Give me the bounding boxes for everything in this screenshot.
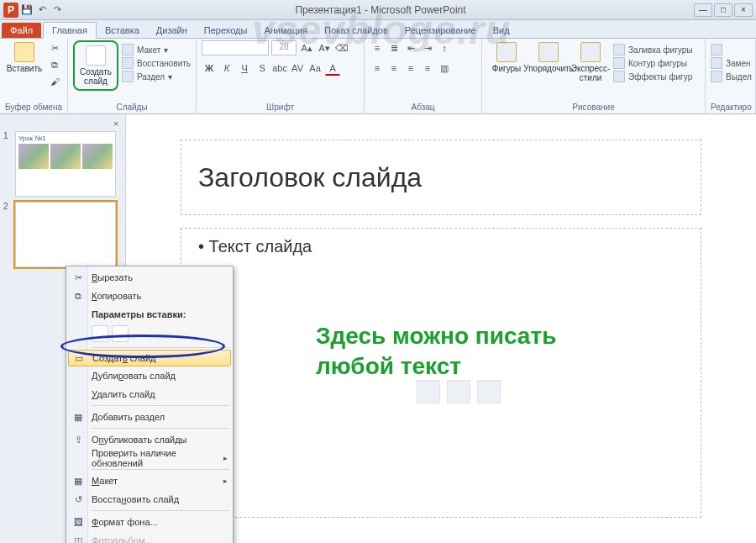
group-editing: Замен Выдел Редактиро [706, 39, 756, 113]
justify-icon[interactable]: ≡ [420, 61, 435, 76]
replace-button[interactable]: Замен [711, 57, 752, 69]
shadow-icon[interactable]: abc [272, 61, 287, 76]
group-label-drawing: Рисование [487, 102, 700, 113]
close-pane-icon[interactable]: × [110, 118, 122, 129]
find-icon [711, 44, 722, 55]
cut-icon[interactable]: ✂ [47, 40, 62, 55]
arrange-button[interactable]: Упорядочить [529, 40, 568, 75]
layout-button[interactable]: Макет ▾ [122, 44, 191, 55]
indent-dec-icon[interactable]: ⇤ [403, 40, 418, 55]
tab-view[interactable]: Вид [485, 23, 518, 38]
overlay-annotation: Здесь можно писать любой текст [316, 321, 556, 382]
quick-styles-icon [580, 42, 601, 62]
section-button[interactable]: Раздел ▾ [122, 71, 191, 82]
ctx-reset[interactable]: ↺Восстановить слайд [68, 490, 231, 509]
copy-icon[interactable]: ⧉ [47, 57, 62, 72]
line-spacing-icon[interactable]: ↕ [437, 40, 452, 55]
quick-styles-button[interactable]: Экспресс-стили [571, 40, 610, 84]
layout-icon: ▦ [71, 474, 85, 488]
title-bar: P 💾 ↶ ↷ Презентация1 - Microsoft PowerPo… [0, 0, 756, 20]
reset-button[interactable]: Восстановить [122, 57, 191, 69]
font-size-combo[interactable]: 28 [271, 40, 297, 55]
bullets-icon[interactable]: ≡ [370, 40, 385, 55]
select-button[interactable]: Выдел [711, 71, 752, 82]
group-label-paragraph: Абзац [370, 102, 476, 113]
tab-transitions[interactable]: Переходы [196, 23, 256, 38]
title-placeholder[interactable]: Заголовок слайда [181, 140, 701, 215]
spacing-icon[interactable]: AV [290, 61, 305, 76]
group-label-font: Шрифт [202, 102, 359, 113]
tab-slideshow[interactable]: Показ слайдов [316, 23, 396, 38]
tab-design[interactable]: Дизайн [148, 23, 196, 38]
align-center-icon[interactable]: ≡ [386, 61, 402, 76]
photo-album-icon: ◫ [71, 534, 85, 543]
smartart-ph-icon[interactable] [477, 380, 501, 403]
ctx-cut[interactable]: ✂Вырезать [68, 268, 231, 287]
select-icon [711, 71, 722, 82]
ctx-delete[interactable]: Удалить слайд [68, 385, 231, 403]
align-left-icon[interactable]: ≡ [370, 61, 385, 76]
font-family-combo[interactable] [202, 40, 269, 55]
italic-icon[interactable]: К [219, 61, 234, 76]
qat-save-icon[interactable]: 💾 [20, 3, 34, 17]
thumbnail-1[interactable]: 1 Урок №1 [3, 131, 122, 197]
table-ph-icon[interactable] [417, 380, 440, 403]
tab-file[interactable]: Файл [2, 23, 41, 38]
cut-icon: ✂ [71, 271, 85, 284]
qat-redo-icon[interactable]: ↷ [50, 3, 64, 17]
ctx-format-bg[interactable]: 🖼Формат фона... [68, 513, 231, 531]
find-button[interactable] [711, 44, 752, 55]
font-color-icon[interactable]: A [325, 61, 340, 76]
tab-animations[interactable]: Анимация [255, 23, 316, 38]
tab-home[interactable]: Главная [43, 22, 97, 39]
section-icon: ▦ [71, 410, 85, 424]
ctx-new-slide[interactable]: ▭Создать слайд [68, 350, 231, 366]
effects-icon [613, 71, 625, 82]
qat-undo-icon[interactable]: ↶ [35, 3, 49, 17]
tab-review[interactable]: Рецензирование [396, 23, 485, 38]
minimize-button[interactable]: — [694, 3, 712, 17]
new-slide-highlight: Создать слайд [73, 40, 118, 91]
paste-icon [14, 42, 34, 62]
shapes-button[interactable]: Фигуры [487, 40, 526, 75]
numbering-icon[interactable]: ≣ [386, 40, 402, 55]
indent-inc-icon[interactable]: ⇥ [420, 40, 435, 55]
ctx-add-section[interactable]: ▦Добавить раздел [68, 408, 231, 426]
maximize-button[interactable]: □ [714, 3, 732, 17]
powerpoint-icon: P [3, 3, 18, 18]
ctx-publish[interactable]: ⇪Опубликовать слайды [68, 430, 231, 449]
strike-icon[interactable]: S [255, 61, 270, 76]
paste-option-1[interactable] [92, 325, 108, 342]
group-paragraph: ≡ ≣ ⇤ ⇥ ↕ ≡ ≡ ≡ ≡ ▥ Абзац [365, 39, 482, 113]
ctx-paste-options [68, 324, 231, 345]
thumbnail-2[interactable]: 2 [3, 202, 122, 267]
shape-effects-button[interactable]: Эффекты фигур [613, 71, 692, 82]
clear-format-icon[interactable]: ⌫ [334, 40, 349, 55]
ribbon-tabs: Файл Главная Вставка Дизайн Переходы Ани… [0, 20, 756, 39]
ctx-check-updates[interactable]: Проверить наличие обновлений▸ [68, 449, 231, 467]
ctx-duplicate[interactable]: Дублировать слайд [68, 366, 231, 385]
shape-fill-button[interactable]: Заливка фигуры [613, 44, 692, 55]
tab-insert[interactable]: Вставка [97, 23, 148, 38]
ctx-layout[interactable]: ▦Макет▸ [68, 472, 231, 490]
outline-icon [613, 57, 625, 69]
align-right-icon[interactable]: ≡ [403, 61, 418, 76]
paste-option-2[interactable] [112, 325, 129, 342]
shape-outline-button[interactable]: Контур фигуры [613, 57, 692, 69]
columns-icon[interactable]: ▥ [437, 61, 452, 76]
grow-font-icon[interactable]: A▴ [299, 40, 314, 55]
shrink-font-icon[interactable]: A▾ [317, 40, 332, 55]
quick-access-toolbar: P 💾 ↶ ↷ [0, 3, 67, 18]
paste-button[interactable]: Вставить [5, 40, 44, 75]
case-icon[interactable]: Aa [307, 61, 323, 76]
publish-icon: ⇪ [71, 433, 85, 446]
close-button[interactable]: × [734, 3, 753, 17]
underline-icon[interactable]: Ч [237, 61, 252, 76]
body-placeholder[interactable]: • Текст слайда Здесь можно писать любой … [181, 228, 701, 518]
chart-ph-icon[interactable] [447, 380, 470, 403]
new-slide-button[interactable]: Создать слайд [76, 44, 115, 87]
ctx-photo-album: ◫Фотоальбом... [68, 531, 231, 543]
bold-icon[interactable]: Ж [202, 61, 217, 76]
ctx-copy[interactable]: ⧉Копировать [68, 287, 231, 305]
format-painter-icon[interactable]: 🖌 [47, 74, 62, 89]
